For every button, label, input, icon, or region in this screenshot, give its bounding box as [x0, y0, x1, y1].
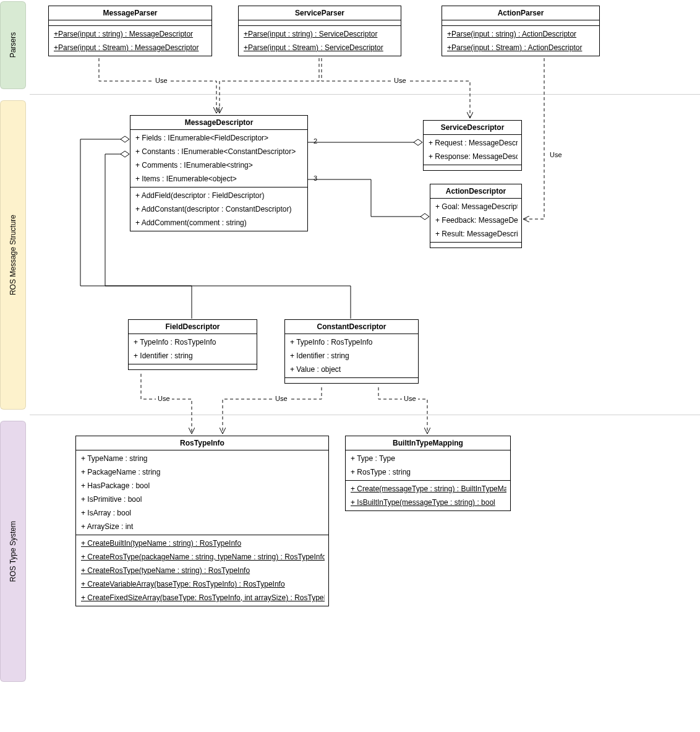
attributes: + Goal: MessageDescriptor + Feedback: Me… [430, 199, 521, 243]
methods: + AddField(descriptor : FieldDescriptor)… [130, 187, 307, 231]
attr: + Comments : IEnumerable<string> [134, 158, 304, 172]
method: + CreateRosType(typeName : string) : Ros… [80, 564, 325, 577]
method: +Parse(input : Stream) : MessageDescript… [53, 41, 208, 54]
multiplicity-3: 3 [314, 174, 317, 182]
attr: + Goal: MessageDescriptor [434, 200, 518, 213]
attr: + Feedback: MessageDescri... [434, 213, 518, 227]
attr: + Fields : IEnumerable<FieldDescriptor> [134, 131, 304, 145]
class-title: ServiceParser [239, 6, 401, 20]
class-MessageParser: MessageParser +Parse(input : string) : M… [48, 6, 212, 56]
attr: + Constants : IEnumerable<ConstantDescri… [134, 145, 304, 158]
attr: + IsPrimitive : bool [80, 493, 325, 506]
methods: + Create(messageType : string) : BuiltIn… [346, 481, 510, 510]
class-RosTypeInfo: RosTypeInfo + TypeName : string + Packag… [75, 436, 329, 606]
attr: + HasPackage : bool [80, 479, 325, 493]
method: + AddComment(comment : string) [134, 216, 304, 230]
class-title: ActionParser [442, 6, 599, 20]
method: +Parse(input : string) : ActionDescripto… [446, 27, 595, 41]
class-title: ActionDescriptor [430, 184, 521, 199]
class-title: ConstantDescriptor [285, 320, 418, 334]
empty-methods [424, 165, 521, 170]
attr: + Identifier : string [132, 349, 253, 363]
swimlane-parsers: Parsers [0, 1, 26, 89]
method: + CreateRosType(packageName : string, ty… [80, 550, 325, 564]
class-title: RosTypeInfo [76, 436, 328, 450]
edge-label-use: Use [402, 395, 418, 402]
attributes: + TypeInfo : RosTypeInfo + Identifier : … [129, 334, 257, 364]
attributes: + Request : MessageDescri... + Response:… [424, 135, 521, 165]
class-ActionDescriptor: ActionDescriptor + Goal: MessageDescript… [430, 184, 522, 248]
attr: + TypeInfo : RosTypeInfo [289, 335, 414, 349]
diagram-canvas: Parsers ROS Message Structure ROS Type S… [0, 0, 700, 732]
attr: + Value : object [289, 363, 414, 376]
multiplicity-2: 2 [314, 137, 317, 145]
edge-label-use: Use [548, 151, 564, 158]
empty-attrs [239, 20, 401, 26]
method: +Parse(input : string) : MessageDescript… [53, 27, 208, 41]
edge-label-use: Use [392, 77, 408, 84]
edge-label-use: Use [156, 395, 172, 402]
attr: + ArraySize : int [80, 520, 325, 533]
divider-1 [30, 94, 700, 95]
empty-methods [430, 243, 521, 248]
methods: +Parse(input : string) : ActionDescripto… [442, 26, 599, 56]
attributes: + TypeName : string + PackageName : stri… [76, 450, 328, 535]
method: + AddField(descriptor : FieldDescriptor) [134, 189, 304, 202]
class-ActionParser: ActionParser +Parse(input : string) : Ac… [442, 6, 600, 56]
method: + IsBuiltInType(messageType : string) : … [349, 496, 506, 509]
methods: + CreateBuiltIn(typeName : string) : Ros… [76, 535, 328, 606]
method: +Parse(input : Stream) : ActionDescripto… [446, 41, 595, 54]
methods: +Parse(input : string) : ServiceDescript… [239, 26, 401, 56]
class-title: MessageDescriptor [130, 116, 307, 130]
method: +Parse(input : string) : ServiceDescript… [242, 27, 397, 41]
class-title: MessageParser [49, 6, 211, 20]
attr: + IsArray : bool [80, 506, 325, 520]
attr: + TypeName : string [80, 452, 325, 465]
class-ServiceDescriptor: ServiceDescriptor + Request : MessageDes… [423, 120, 522, 171]
attr: + Type : Type [349, 452, 506, 465]
attr: + Request : MessageDescri... [427, 136, 518, 150]
attr: + PackageName : string [80, 465, 325, 479]
attr: + Result: MessageDescripto... [434, 227, 518, 241]
attr: + Response: MessageDescr... [427, 150, 518, 163]
empty-methods [129, 364, 257, 369]
method: + CreateFixedSizeArray(baseType: RosType… [80, 591, 325, 605]
class-ServiceParser: ServiceParser +Parse(input : string) : S… [238, 6, 401, 56]
method: + AddConstant(descriptor : ConstantDescr… [134, 202, 304, 216]
attributes: + TypeInfo : RosTypeInfo + Identifier : … [285, 334, 418, 378]
method: +Parse(input : Stream) : ServiceDescript… [242, 41, 397, 54]
edge-label-use: Use [273, 395, 289, 402]
attr: + Identifier : string [289, 349, 414, 363]
swimlane-typesystem: ROS Type System [0, 421, 26, 682]
class-MessageDescriptor: MessageDescriptor + Fields : IEnumerable… [130, 115, 308, 231]
class-ConstantDescriptor: ConstantDescriptor + TypeInfo : RosTypeI… [284, 319, 419, 384]
empty-methods [285, 378, 418, 383]
class-title: BuiltInTypeMapping [346, 436, 510, 450]
empty-attrs [442, 20, 599, 26]
attributes: + Type : Type + RosType : string [346, 450, 510, 481]
attr: + RosType : string [349, 465, 506, 479]
swimlane-structure-label: ROS Message Structure [9, 215, 17, 295]
edge-label-use: Use [153, 77, 169, 84]
attr: + Items : IEnumerable<object> [134, 172, 304, 186]
empty-attrs [49, 20, 211, 26]
attributes: + Fields : IEnumerable<FieldDescriptor> … [130, 130, 307, 187]
swimlane-structure: ROS Message Structure [0, 100, 26, 410]
method: + CreateVariableArray(baseType: RosTypeI… [80, 577, 325, 591]
class-title: ServiceDescriptor [424, 121, 521, 135]
swimlane-typesystem-label: ROS Type System [9, 521, 17, 582]
class-title: FieldDescriptor [129, 320, 257, 334]
method: + CreateBuiltIn(typeName : string) : Ros… [80, 536, 325, 550]
class-FieldDescriptor: FieldDescriptor + TypeInfo : RosTypeInfo… [128, 319, 257, 370]
methods: +Parse(input : string) : MessageDescript… [49, 26, 211, 56]
attr: + TypeInfo : RosTypeInfo [132, 335, 253, 349]
swimlane-parsers-label: Parsers [9, 32, 17, 58]
divider-2 [30, 415, 700, 415]
method: + Create(messageType : string) : BuiltIn… [349, 482, 506, 496]
class-BuiltInTypeMapping: BuiltInTypeMapping + Type : Type + RosTy… [345, 436, 511, 511]
